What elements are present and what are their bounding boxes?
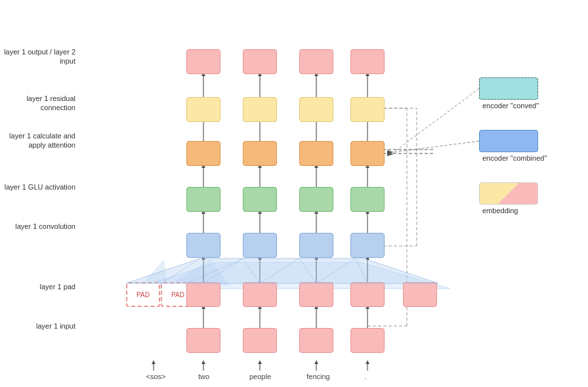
word-period: . bbox=[356, 373, 375, 380]
pad-box-1 bbox=[186, 282, 220, 307]
pad-box-2 bbox=[243, 282, 277, 307]
attention-box-3 bbox=[299, 141, 333, 166]
conv-box-3 bbox=[299, 233, 333, 258]
svg-line-43 bbox=[394, 89, 479, 152]
pad-box-4 bbox=[350, 282, 385, 307]
output-box-4 bbox=[350, 49, 385, 74]
input-box-4 bbox=[350, 328, 385, 353]
glu-box-4 bbox=[350, 187, 385, 212]
legend-embedding-label: embedding bbox=[482, 207, 518, 214]
svg-line-50 bbox=[260, 258, 299, 283]
residual-box-4 bbox=[350, 97, 385, 122]
label-layer1-attention: layer 1 calculate and apply attention bbox=[3, 131, 75, 150]
output-box-3 bbox=[299, 49, 333, 74]
word-two: two bbox=[186, 373, 222, 380]
glu-box-1 bbox=[186, 187, 220, 212]
svg-line-54 bbox=[186, 258, 243, 283]
conv-box-2 bbox=[243, 233, 277, 258]
legend-conved-label: encoder "conved" bbox=[482, 102, 539, 110]
svg-line-48 bbox=[203, 258, 243, 283]
svg-marker-46 bbox=[387, 152, 394, 156]
word-fencing: fencing bbox=[299, 373, 338, 380]
svg-line-53 bbox=[356, 258, 368, 283]
residual-box-3 bbox=[299, 97, 333, 122]
svg-marker-3 bbox=[167, 259, 230, 285]
label-layer1-input: layer 1 input bbox=[3, 321, 75, 331]
label-layer1-pad: layer 1 pad bbox=[3, 282, 75, 291]
input-box-1 bbox=[186, 328, 220, 353]
pad-box-extra bbox=[403, 282, 437, 307]
input-box-3 bbox=[299, 328, 333, 353]
svg-marker-47 bbox=[126, 258, 438, 283]
label-layer1-conv: layer 1 convolution bbox=[3, 222, 75, 231]
attention-box-2 bbox=[243, 141, 277, 166]
legend-embedding-box bbox=[479, 182, 538, 205]
svg-line-52 bbox=[316, 258, 356, 283]
pad-box-dummy-1: PAD bbox=[126, 282, 160, 307]
input-box-2 bbox=[243, 328, 277, 353]
svg-line-49 bbox=[243, 258, 260, 283]
word-people: people bbox=[242, 373, 278, 380]
svg-marker-45 bbox=[387, 150, 394, 154]
pad-box-3 bbox=[299, 282, 333, 307]
conv-box-4 bbox=[350, 233, 385, 258]
word-sos: <sos> bbox=[138, 373, 174, 380]
glu-box-3 bbox=[299, 187, 333, 212]
svg-line-51 bbox=[299, 258, 316, 283]
residual-box-2 bbox=[243, 97, 277, 122]
label-layer1-glu: layer 1 GLU activation bbox=[3, 182, 75, 192]
output-box-2 bbox=[243, 49, 277, 74]
attention-box-1 bbox=[186, 141, 220, 166]
legend-combined-box bbox=[479, 130, 538, 152]
legend-combined-label: encoder "combined" bbox=[482, 154, 547, 162]
conv-box-1 bbox=[186, 233, 220, 258]
label-layer1-output: layer 1 output / layer 2 input bbox=[3, 47, 75, 66]
svg-line-44 bbox=[394, 141, 479, 152]
label-layer1-residual: layer 1 residual connection bbox=[3, 94, 75, 113]
glu-box-2 bbox=[243, 187, 277, 212]
legend-conved-dashed bbox=[479, 77, 538, 100]
residual-box-1 bbox=[186, 97, 220, 122]
output-box-1 bbox=[186, 49, 220, 74]
svg-line-55 bbox=[161, 258, 200, 283]
svg-marker-2 bbox=[141, 259, 167, 285]
attention-box-4 bbox=[350, 141, 385, 166]
